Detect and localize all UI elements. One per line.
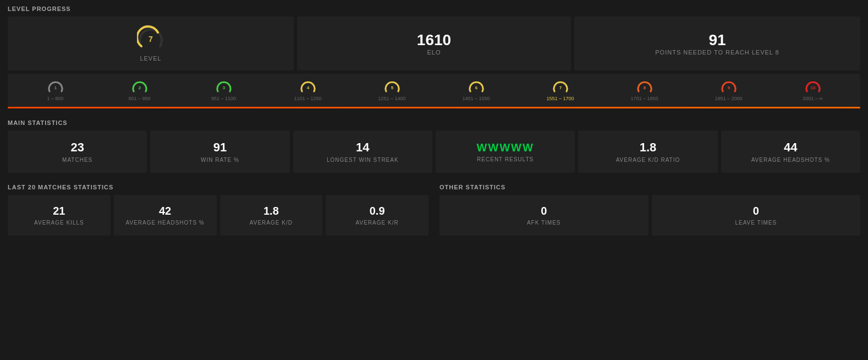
tier-range-label: 951 – 1100 bbox=[211, 96, 236, 101]
level-tier-10: 102001 – ∞ bbox=[771, 79, 855, 101]
svg-text:8: 8 bbox=[643, 85, 646, 90]
last20-stat-card-0: 21AVERAGE KILLS bbox=[8, 195, 111, 236]
other-stats-section: OTHER STATISTICS 0AFK TIMES0LEAVE TIMES bbox=[440, 184, 860, 236]
last20-stat-value: 42 bbox=[159, 205, 171, 217]
level-bar-container: 11 – 8002801 – 9503951 – 110041101 – 125… bbox=[8, 74, 860, 108]
svg-text:1: 1 bbox=[54, 85, 57, 90]
last20-stat-label: AVERAGE K/D bbox=[250, 220, 293, 226]
tier-range-label: 1551 – 1700 bbox=[546, 96, 574, 101]
level-gauge: 7 bbox=[137, 25, 164, 53]
bottom-row: LAST 20 MATCHES STATISTICS 21AVERAGE KIL… bbox=[8, 184, 860, 236]
page-wrapper: LEVEL PROGRESS 7 LEVEL 1610 ELO bbox=[0, 0, 868, 241]
main-stat-card-5: 44AVERAGE HEADSHOTS % bbox=[721, 130, 860, 173]
tier-gauge-icon: 9 bbox=[721, 79, 737, 96]
main-stat-card-2: 14LONGEST WIN STREAK bbox=[293, 130, 432, 173]
tier-range-label: 1101 – 1250 bbox=[294, 96, 321, 101]
other-stat-label: AFK TIMES bbox=[527, 220, 561, 226]
svg-text:9: 9 bbox=[727, 85, 730, 90]
points-card: 91 POINTS NEEDED TO REACH LEVEL 8 bbox=[574, 17, 860, 70]
main-stat-label: MATCHES bbox=[62, 157, 92, 163]
elo-value: 1610 bbox=[417, 31, 451, 49]
main-stat-card-3: WWWWWRECENT RESULTS bbox=[436, 130, 575, 173]
tier-range-label: 1251 – 1400 bbox=[378, 96, 405, 101]
points-label: POINTS NEEDED TO REACH LEVEL 8 bbox=[655, 49, 779, 56]
main-stat-value: 14 bbox=[356, 140, 369, 155]
tier-range-label: 1701 – 1850 bbox=[630, 96, 658, 101]
tier-gauge-icon: 2 bbox=[131, 79, 148, 96]
last20-title: LAST 20 MATCHES STATISTICS bbox=[8, 184, 428, 190]
tier-gauge-icon: 1 bbox=[47, 79, 64, 96]
last20-stat-value: 0.9 bbox=[370, 205, 385, 217]
last20-stats-grid: 21AVERAGE KILLS42AVERAGE HEADSHOTS %1.8A… bbox=[8, 195, 428, 236]
tier-gauge-icon: 4 bbox=[300, 79, 316, 96]
elo-label: ELO bbox=[427, 49, 441, 56]
main-stat-card-0: 23MATCHES bbox=[8, 130, 147, 173]
other-stat-value: 0 bbox=[753, 205, 759, 217]
other-stats-grid: 0AFK TIMES0LEAVE TIMES bbox=[440, 195, 860, 236]
last20-stat-card-2: 1.8AVERAGE K/D bbox=[220, 195, 323, 236]
last20-stat-label: AVERAGE HEADSHOTS % bbox=[125, 220, 204, 226]
tier-range-label: 1401 – 1550 bbox=[462, 96, 490, 101]
tier-gauge-icon: 10 bbox=[805, 79, 821, 96]
last20-section: LAST 20 MATCHES STATISTICS 21AVERAGE KIL… bbox=[8, 184, 428, 236]
level-tier-9: 91851 – 2000 bbox=[686, 79, 771, 101]
main-stat-card-1: 91WIN RATE % bbox=[150, 130, 289, 173]
main-stat-label: RECENT RESULTS bbox=[477, 156, 534, 162]
level-tier-1: 11 – 800 bbox=[13, 79, 97, 101]
main-stat-label: AVERAGE HEADSHOTS % bbox=[751, 157, 830, 163]
level-tier-5: 51251 – 1400 bbox=[350, 79, 434, 101]
svg-text:3: 3 bbox=[222, 85, 225, 90]
other-stat-value: 0 bbox=[541, 205, 547, 217]
svg-text:5: 5 bbox=[391, 85, 393, 90]
orange-progress-line bbox=[8, 107, 860, 108]
tier-gauge-icon: 5 bbox=[384, 79, 400, 96]
tier-range-label: 1 – 800 bbox=[47, 96, 63, 101]
level-tier-2: 2801 – 950 bbox=[97, 79, 182, 101]
level-bar-track: 11 – 8002801 – 9503951 – 110041101 – 125… bbox=[13, 79, 855, 107]
level-tier-4: 41101 – 1250 bbox=[266, 79, 350, 101]
main-stats-title: MAIN STATISTICS bbox=[8, 119, 860, 126]
main-stat-value: 1.8 bbox=[640, 140, 657, 155]
main-stat-label: AVERAGE K/D RATIO bbox=[616, 157, 680, 163]
level-tier-8: 81701 – 1850 bbox=[602, 79, 686, 101]
points-value: 91 bbox=[708, 31, 726, 49]
level-top-row: 7 LEVEL 1610 ELO 91 POINTS NEEDED TO REA… bbox=[8, 17, 860, 70]
level-progress-section: LEVEL PROGRESS 7 LEVEL 1610 ELO bbox=[8, 6, 860, 108]
level-tier-7: 71551 – 1700 bbox=[518, 79, 602, 101]
level-number: 7 bbox=[149, 35, 153, 43]
svg-text:4: 4 bbox=[306, 85, 309, 90]
svg-text:7: 7 bbox=[559, 85, 562, 90]
tier-gauge-icon: 7 bbox=[552, 79, 569, 96]
tier-gauge-icon: 8 bbox=[636, 79, 653, 96]
main-stats-section: MAIN STATISTICS 23MATCHES91WIN RATE %14L… bbox=[8, 119, 860, 173]
tier-range-label: 1851 – 2000 bbox=[715, 96, 742, 101]
main-stat-value: 91 bbox=[213, 140, 227, 155]
main-stat-card-4: 1.8AVERAGE K/D RATIO bbox=[578, 130, 717, 173]
main-stat-label: LONGEST WIN STREAK bbox=[327, 157, 399, 163]
other-stat-card-0: 0AFK TIMES bbox=[440, 195, 649, 236]
tier-gauge-icon: 6 bbox=[468, 79, 485, 96]
main-stat-label: WIN RATE % bbox=[201, 157, 239, 163]
other-stat-label: LEAVE TIMES bbox=[735, 220, 777, 226]
main-stat-value: 23 bbox=[70, 140, 84, 155]
last20-stat-card-1: 42AVERAGE HEADSHOTS % bbox=[114, 195, 217, 236]
level-tier-3: 3951 – 1100 bbox=[182, 79, 266, 101]
last20-stat-value: 1.8 bbox=[263, 205, 279, 217]
main-stat-value: WWWWW bbox=[476, 141, 534, 154]
tier-range-label: 801 – 950 bbox=[128, 96, 150, 101]
svg-text:2: 2 bbox=[138, 85, 141, 90]
last20-stat-card-3: 0.9AVERAGE K/R bbox=[326, 195, 428, 236]
main-stat-value: 44 bbox=[784, 140, 797, 155]
last20-stat-value: 21 bbox=[53, 205, 65, 217]
last20-stat-label: AVERAGE KILLS bbox=[34, 220, 84, 226]
last20-stat-label: AVERAGE K/R bbox=[356, 220, 399, 226]
other-stats-title: OTHER STATISTICS bbox=[440, 184, 860, 190]
level-tier-6: 61401 – 1550 bbox=[434, 79, 518, 101]
level-label: LEVEL bbox=[140, 55, 161, 62]
main-stats-grid: 23MATCHES91WIN RATE %14LONGEST WIN STREA… bbox=[8, 130, 860, 173]
svg-text:6: 6 bbox=[475, 85, 477, 90]
tier-range-label: 2001 – ∞ bbox=[803, 96, 822, 101]
level-card: 7 LEVEL bbox=[8, 17, 294, 70]
other-stat-card-1: 0LEAVE TIMES bbox=[652, 195, 861, 236]
level-progress-title: LEVEL PROGRESS bbox=[8, 6, 860, 12]
